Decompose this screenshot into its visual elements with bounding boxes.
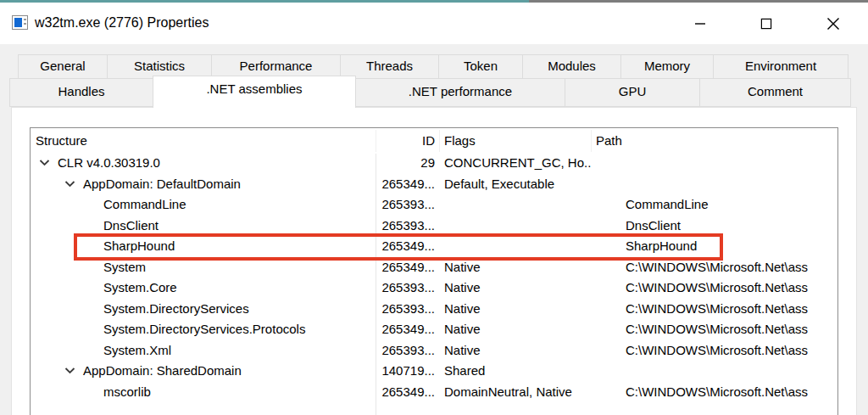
tab-environment[interactable]: Environment bbox=[713, 54, 849, 79]
minimize-button[interactable] bbox=[681, 9, 720, 38]
flags-cell: Native bbox=[439, 300, 591, 321]
structure-label: System.Xml bbox=[103, 343, 171, 357]
structure-label: DnsClient bbox=[103, 218, 159, 233]
structure-cell: CommandLine bbox=[31, 195, 376, 216]
structure-label: CommandLine bbox=[103, 197, 186, 211]
flags-cell: Native bbox=[439, 278, 591, 300]
id-cell: 265393... bbox=[376, 216, 439, 238]
close-icon bbox=[827, 18, 839, 30]
id-cell: 29 bbox=[376, 154, 439, 175]
flags-cell bbox=[439, 237, 591, 258]
structure-label: System.DirectoryServices.Protocols bbox=[103, 322, 305, 336]
id-cell: 265349... bbox=[376, 258, 439, 279]
assembly-row-appdomain-shareddomain[interactable]: AppDomain: SharedDomain140719...Shared bbox=[31, 362, 837, 383]
tab-memory[interactable]: Memory bbox=[620, 54, 714, 79]
assembly-row-system-core[interactable]: System.Core265393...NativeC:\WINDOWS\Mic… bbox=[31, 278, 837, 300]
tab-row-1: GeneralStatisticsPerformanceThreadsToken… bbox=[19, 54, 849, 79]
header-separator bbox=[376, 130, 376, 152]
structure-label: SharpHound bbox=[103, 238, 175, 253]
flags-cell: Default, Executable bbox=[439, 175, 591, 196]
flags-cell: Native bbox=[439, 341, 591, 362]
maximize-icon bbox=[761, 19, 772, 30]
tab-general[interactable]: General bbox=[18, 54, 108, 79]
application-icon bbox=[12, 15, 28, 30]
assembly-row-clr-v4-0-30319-0[interactable]: CLR v4.0.30319.029CONCURRENT_GC, Ho... bbox=[31, 154, 837, 175]
id-cell: 265349... bbox=[376, 175, 439, 196]
path-cell bbox=[591, 154, 837, 175]
id-cell: 265349... bbox=[376, 383, 439, 404]
assembly-row-system[interactable]: System265349...NativeC:\WINDOWS\Microsof… bbox=[31, 258, 837, 279]
structure-cell: System.DirectoryServices bbox=[31, 300, 376, 321]
column-header-structure[interactable]: Structure bbox=[31, 128, 376, 154]
structure-cell: SharpHound bbox=[31, 237, 376, 258]
id-cell: 265349... bbox=[376, 320, 439, 341]
close-button[interactable] bbox=[814, 9, 853, 38]
minimize-icon bbox=[695, 19, 705, 29]
id-cell: 265393... bbox=[376, 300, 439, 321]
column-header-path[interactable]: Path bbox=[591, 128, 837, 154]
path-cell bbox=[591, 175, 837, 196]
path-cell: SharpHound bbox=[591, 237, 837, 258]
column-header-id[interactable]: ID bbox=[376, 128, 439, 154]
flags-cell: DomainNeutral, Native bbox=[439, 383, 591, 404]
structure-cell: DnsClient bbox=[31, 216, 376, 238]
assembly-row-system-directoryservices-protocols[interactable]: System.DirectoryServices.Protocols265349… bbox=[31, 320, 837, 341]
expander-chevron-icon[interactable] bbox=[64, 363, 83, 378]
title-bar: w32tm.exe (2776) Properties bbox=[0, 3, 868, 44]
path-cell: C:\WINDOWS\Microsoft.Net\ass bbox=[591, 320, 837, 341]
assembly-row-dnsclient[interactable]: DnsClient265393...DnsClient bbox=[31, 216, 837, 238]
tab-comment[interactable]: Comment bbox=[699, 78, 851, 107]
assembly-row-system-xml[interactable]: System.Xml265393...NativeC:\WINDOWS\Micr… bbox=[31, 341, 837, 362]
assembly-row-appdomain-defaultdomain[interactable]: AppDomain: DefaultDomain265349...Default… bbox=[31, 175, 837, 196]
structure-cell: CLR v4.0.30319.0 bbox=[31, 154, 376, 175]
tab-net-performance[interactable]: .NET performance bbox=[355, 78, 565, 107]
header-separator bbox=[591, 130, 592, 152]
structure-cell: System.DirectoryServices.Protocols bbox=[31, 320, 376, 341]
id-cell: 265349... bbox=[376, 237, 439, 258]
structure-label: mscorlib bbox=[103, 384, 151, 399]
flags-cell: CONCURRENT_GC, Ho... bbox=[439, 154, 591, 175]
column-header-flags[interactable]: Flags bbox=[439, 128, 591, 154]
structure-label: CLR v4.0.30319.0 bbox=[58, 155, 160, 170]
header-separator bbox=[439, 130, 440, 152]
path-cell: C:\WINDOWS\Microsoft.Net\ass bbox=[591, 258, 837, 279]
structure-label: System.Core bbox=[103, 280, 177, 294]
tab-handles[interactable]: Handles bbox=[9, 78, 153, 107]
path-cell: C:\WINDOWS\Microsoft.Net\ass bbox=[591, 341, 837, 362]
tab-token[interactable]: Token bbox=[438, 54, 523, 79]
flags-cell: Native bbox=[439, 258, 591, 279]
assemblies-list[interactable]: StructureIDFlagsPath CLR v4.0.30319.029C… bbox=[30, 127, 838, 415]
expander-chevron-icon[interactable] bbox=[64, 177, 83, 191]
list-header: StructureIDFlagsPath bbox=[31, 128, 837, 154]
flags-cell bbox=[439, 195, 591, 216]
structure-label: System.DirectoryServices bbox=[103, 301, 249, 316]
structure-cell: mscorlib bbox=[31, 383, 376, 404]
path-cell: C:\WINDOWS\Microsoft.Net\ass bbox=[591, 300, 837, 321]
properties-window: { "window": { "title": "w32tm.exe (2776)… bbox=[0, 0, 868, 415]
path-cell: C:\WINDOWS\Microsoft.Net\ass bbox=[591, 383, 837, 404]
assembly-row-commandline[interactable]: CommandLine265393...CommandLine bbox=[31, 195, 837, 216]
id-cell: 140719... bbox=[376, 362, 439, 383]
tab-row-2: Handles.NET assemblies.NET performanceGP… bbox=[10, 78, 851, 107]
structure-cell: AppDomain: DefaultDomain bbox=[31, 175, 376, 196]
list-rows: CLR v4.0.30319.029CONCURRENT_GC, Ho...Ap… bbox=[31, 154, 837, 403]
path-cell: DnsClient bbox=[591, 216, 837, 238]
maximize-button[interactable] bbox=[747, 9, 786, 38]
structure-label: AppDomain: SharedDomain bbox=[83, 363, 242, 378]
tab-modules[interactable]: Modules bbox=[522, 54, 621, 79]
structure-cell: AppDomain: SharedDomain bbox=[31, 362, 376, 383]
window-title: w32tm.exe (2776) Properties bbox=[35, 15, 209, 31]
flags-cell bbox=[439, 216, 591, 238]
structure-label: AppDomain: DefaultDomain bbox=[83, 177, 241, 191]
assembly-row-sharphound[interactable]: SharpHound265349...SharpHound bbox=[31, 237, 837, 258]
id-cell: 265393... bbox=[376, 341, 439, 362]
tab-gpu[interactable]: GPU bbox=[565, 78, 700, 107]
assembly-row-mscorlib[interactable]: mscorlib265349...DomainNeutral, NativeC:… bbox=[31, 383, 837, 404]
expander-chevron-icon[interactable] bbox=[39, 155, 58, 170]
id-cell: 265393... bbox=[376, 278, 439, 300]
flags-cell: Native bbox=[439, 320, 591, 341]
assembly-row-system-directoryservices[interactable]: System.DirectoryServices265393...NativeC… bbox=[31, 300, 837, 321]
path-cell: C:\WINDOWS\Microsoft.Net\ass bbox=[591, 278, 837, 300]
path-cell: CommandLine bbox=[591, 195, 837, 216]
tab-net-assemblies[interactable]: .NET assemblies bbox=[153, 76, 356, 108]
